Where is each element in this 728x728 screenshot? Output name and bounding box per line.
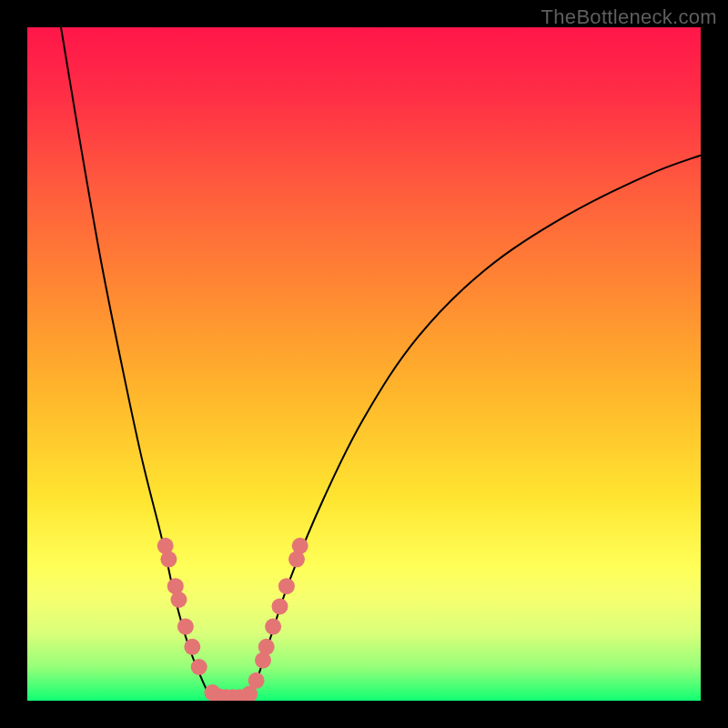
data-marker (177, 619, 194, 635)
curves-group (61, 27, 701, 701)
data-marker (272, 598, 288, 614)
data-marker (160, 551, 177, 568)
data-marker (278, 578, 295, 594)
data-marker (184, 639, 200, 655)
curve-right-arm (243, 156, 701, 701)
watermark-text: TheBottleneck.com (541, 5, 717, 29)
chart-overlay (27, 27, 701, 701)
data-marker (258, 639, 275, 655)
data-marker (248, 672, 265, 689)
data-marker (191, 659, 207, 675)
data-marker (171, 592, 187, 608)
data-marker (265, 619, 281, 635)
data-marker (292, 538, 308, 554)
curve-left-arm (61, 27, 216, 701)
plot-frame (27, 27, 701, 701)
